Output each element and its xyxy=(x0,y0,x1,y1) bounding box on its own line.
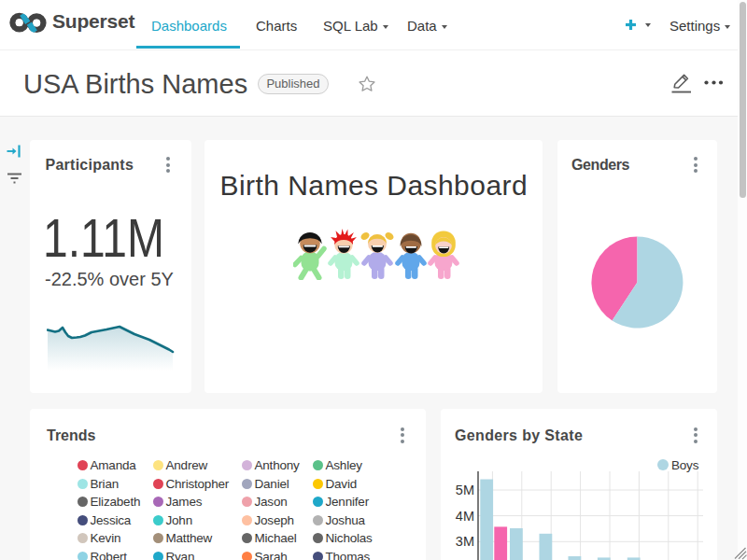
svg-text:3M: 3M xyxy=(456,534,474,549)
svg-text:4M: 4M xyxy=(456,509,474,524)
svg-text:5M: 5M xyxy=(456,483,474,497)
